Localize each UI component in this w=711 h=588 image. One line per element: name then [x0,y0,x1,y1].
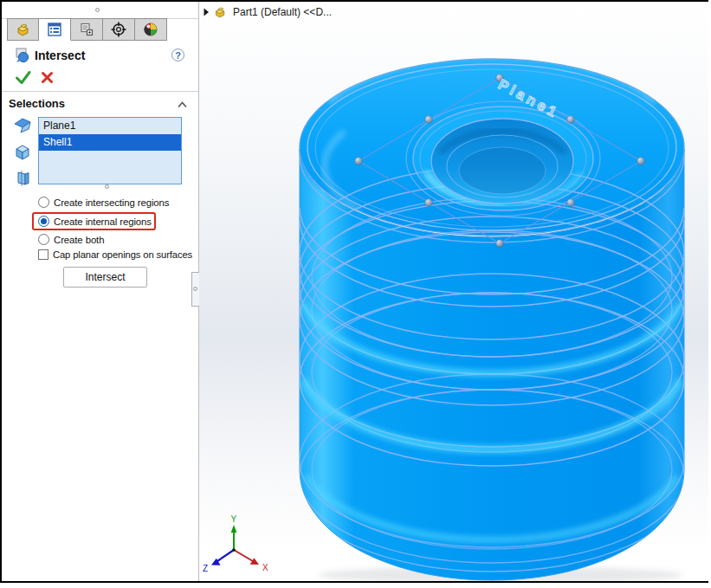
intersect-feature-icon [13,47,32,68]
triad-x-label: X [262,563,268,572]
splitter-collapse-handle[interactable] [191,272,199,307]
ok-button[interactable] [15,70,31,85]
radio-circle[interactable] [38,197,49,208]
radio-create-intersecting-regions[interactable]: Create intersecting regions [38,197,169,208]
dimxpertmanager-icon [110,21,127,38]
manager-tab-strip [7,18,167,41]
plane-icon [14,118,31,133]
checkbox-cap-planar-openings[interactable]: Cap planar openings on surfaces [38,249,192,260]
selections-group-label: Selections [9,97,65,110]
property-manager-panel: Intersect ? Selections [2,2,198,581]
intersect-button[interactable]: Intersect [63,267,147,288]
triad-y-label: Y [231,514,237,524]
tab-configurationmanager[interactable] [71,18,103,41]
displaymanager-icon [143,22,158,37]
list-item[interactable]: Plane1 [39,118,181,134]
selections-listbox[interactable]: Plane1 Shell1 [38,117,182,184]
tab-featuremanager[interactable] [7,18,39,41]
triad-z-label: Z [203,564,208,573]
panel-grip[interactable] [2,2,198,19]
listbox-resize-grip[interactable] [105,184,109,189]
red-highlight-box [32,212,156,230]
divider [2,91,198,92]
graphics-viewport[interactable]: Part1 (Default) <<D... [199,2,708,581]
solidworks-window: Intersect ? Selections [0,0,708,583]
panel-title: Intersect [35,48,85,62]
radio-create-both[interactable]: Create both [38,234,104,245]
configurationmanager-icon [79,22,94,37]
tab-propertymanager[interactable] [39,18,71,41]
grip-dot [193,287,197,291]
collapse-chevron-icon[interactable] [177,100,188,109]
surface-body-icon [14,170,31,187]
list-item-selected[interactable]: Shell1 [39,134,181,151]
radio-circle[interactable] [38,234,49,245]
tab-dimxpertmanager[interactable] [103,18,135,41]
grip-dot [95,8,100,12]
featuremanager-icon [15,22,32,37]
help-icon[interactable]: ? [171,48,184,61]
tab-displaymanager[interactable] [135,18,167,41]
orientation-triad: Y X Z [203,514,268,573]
solid-body-icon [13,143,32,162]
checkbox-square[interactable] [38,249,48,260]
propertymanager-icon [47,22,62,37]
cancel-button[interactable] [41,71,54,84]
model-3d-view[interactable]: Plane1 Y X Z [199,2,708,581]
